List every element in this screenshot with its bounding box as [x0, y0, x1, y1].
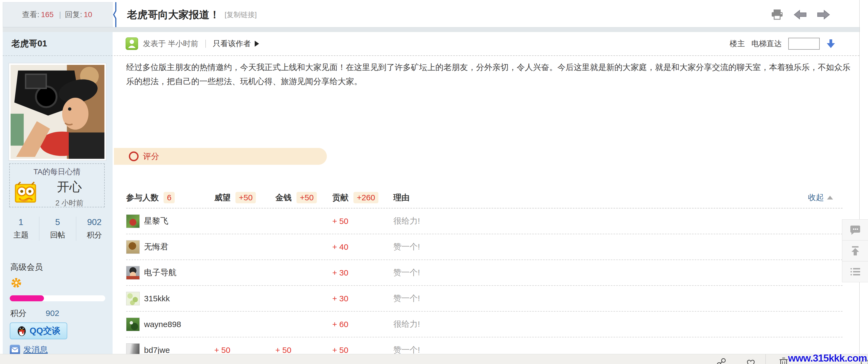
thread-list-button[interactable] — [842, 262, 868, 282]
score-value: 902 — [45, 309, 59, 317]
author-stats: 1 主题 5 回帖 902 积分 — [3, 217, 113, 241]
money-value: + 50 — [275, 345, 332, 355]
trash-icon[interactable] — [779, 357, 788, 364]
rater-name[interactable]: wayne898 — [144, 320, 181, 329]
daily-mood-box: TA的每日心情 开心 2 小时前 — [9, 163, 105, 207]
author-avatar[interactable] — [9, 63, 106, 161]
page-title: 老虎哥向大家报道！ — [127, 8, 220, 22]
post-meta-main: 发表于 半小时前 只看该作者 楼主 电梯直达 — [113, 32, 860, 55]
mood-emoticon-icon — [13, 181, 38, 206]
viewer-toolbar: www.315kkk.com — [0, 354, 868, 364]
floor-jump-input[interactable] — [788, 38, 820, 50]
gear-icon — [10, 276, 23, 290]
contribution-value: + 40 — [332, 242, 393, 252]
collapse-rating-link[interactable]: 收起 — [808, 192, 833, 203]
back-to-top-icon — [850, 245, 861, 256]
prestige-total: +50 — [236, 192, 256, 203]
back-to-top-button[interactable] — [842, 241, 868, 262]
contribution-total: +260 — [353, 192, 378, 203]
meta-divider — [205, 40, 206, 48]
stats-divider: | — [59, 10, 61, 19]
post-meta-row: 老虎哥01 发表于 半小时前 只看该作者 楼主 电梯直达 — [3, 32, 860, 55]
heart-icon[interactable] — [745, 358, 756, 364]
contribution-value: + 30 — [332, 268, 393, 277]
reason-label: 理由 — [393, 193, 410, 202]
stat-posts[interactable]: 5 回帖 — [39, 217, 76, 241]
view-reply-stats: 查看: 165 | 回复: 10 — [3, 2, 113, 27]
rater-name[interactable]: 星黎飞 — [144, 215, 168, 226]
rater-avatar[interactable] — [126, 343, 140, 355]
rating-row: 星黎飞 + 50 很给力! — [126, 209, 842, 234]
rating-banner: 评分 — [114, 148, 327, 165]
participants-label: 参与人数 — [126, 193, 159, 202]
floor-badge: 楼主 — [730, 38, 745, 49]
rating-circle-icon — [129, 151, 138, 161]
post-main-area: 经过多位版主朋友的热情邀约，今天我正式上线和大家见面！在这里见到了许多矿坛上的老… — [114, 55, 859, 354]
qq-chat-button[interactable]: QQ交谈 — [10, 323, 67, 339]
section-divider-band — [3, 27, 860, 32]
print-icon[interactable] — [771, 9, 783, 20]
score-row: 积分 902 — [10, 308, 59, 319]
send-message-button[interactable]: 发消息 — [10, 344, 48, 354]
watermark: www.315kkk.com — [788, 353, 867, 364]
rater-avatar[interactable] — [126, 292, 140, 305]
score-label: 积分 — [10, 309, 27, 317]
contribution-value: + 50 — [332, 345, 393, 355]
rater-avatar[interactable] — [126, 266, 140, 280]
points-progress-bar — [10, 295, 105, 301]
member-rank: 高级会员 — [10, 262, 43, 273]
contribution-label: 贡献 — [332, 193, 348, 202]
rater-avatar[interactable] — [126, 240, 140, 254]
envelope-icon — [10, 345, 20, 355]
post-body: 经过多位版主朋友的热情邀约，今天我正式上线和大家见面！在这里见到了许多矿坛上的老… — [126, 60, 852, 89]
rater-avatar[interactable] — [126, 214, 140, 228]
only-author-link[interactable]: 只看该作者 — [213, 38, 251, 49]
contribution-value: + 50 — [332, 217, 393, 226]
qq-penguin-icon — [17, 325, 27, 337]
dotted-divider — [114, 55, 859, 56]
brace-divider-icon — [113, 2, 117, 27]
reply-comment-button[interactable] — [842, 220, 868, 241]
list-icon — [849, 267, 861, 277]
mood-time: 2 小时前 — [38, 198, 101, 208]
rating-table-header: 参与人数 6 威望 +50 金钱 +50 贡献 +260 理由 — [126, 187, 842, 209]
contribution-value: + 60 — [332, 320, 393, 329]
toolbar-divider — [766, 354, 766, 364]
money-label: 金钱 — [275, 193, 291, 202]
title-action-icons — [771, 9, 860, 20]
rater-name[interactable]: 电子导航 — [144, 267, 177, 278]
jump-down-icon[interactable] — [826, 39, 835, 49]
link-icon[interactable] — [716, 358, 726, 364]
mood-title: TA的每日心情 — [13, 166, 101, 177]
prestige-label: 威望 — [214, 193, 230, 202]
rating-table: 参与人数 6 威望 +50 金钱 +50 贡献 +260 理由 — [126, 187, 842, 354]
comment-icon — [849, 224, 861, 235]
prev-thread-icon[interactable] — [794, 10, 807, 20]
expand-arrow-icon[interactable] — [255, 41, 259, 47]
rater-avatar[interactable] — [126, 317, 140, 331]
rating-row: wayne898 + 60 很给力! — [126, 312, 842, 337]
send-message-label: 发消息 — [23, 344, 48, 354]
rater-name[interactable]: bd7jwe — [144, 345, 170, 355]
rating-reason: 赞一个! — [393, 293, 842, 304]
rating-reason: 很给力! — [393, 215, 842, 226]
replies-label: 回复: — [65, 9, 82, 20]
author-username[interactable]: 老虎哥01 — [11, 38, 47, 50]
stat-points[interactable]: 902 积分 — [76, 217, 113, 241]
floor-jump-zone: 楼主 电梯直达 — [730, 38, 835, 50]
rating-banner-label: 评分 — [143, 151, 159, 162]
rating-row: 315kkk + 30 赞一个! — [126, 286, 842, 312]
author-name-cell: 老虎哥01 — [3, 32, 113, 55]
rater-name[interactable]: 无悔君 — [144, 241, 168, 252]
qq-chat-label: QQ交谈 — [30, 325, 61, 337]
stat-threads[interactable]: 1 主题 — [3, 217, 39, 241]
rater-name[interactable]: 315kkk — [144, 294, 170, 303]
contribution-value: + 30 — [332, 294, 393, 303]
participants-count: 6 — [163, 192, 175, 203]
mood-value: 开心 — [38, 179, 101, 195]
rating-reason: 赞一个! — [393, 241, 842, 252]
copy-link-button[interactable]: [复制链接] — [225, 10, 257, 20]
rating-reason: 赞一个! — [393, 267, 842, 278]
online-author-icon — [126, 37, 138, 50]
next-thread-icon[interactable] — [817, 10, 830, 20]
